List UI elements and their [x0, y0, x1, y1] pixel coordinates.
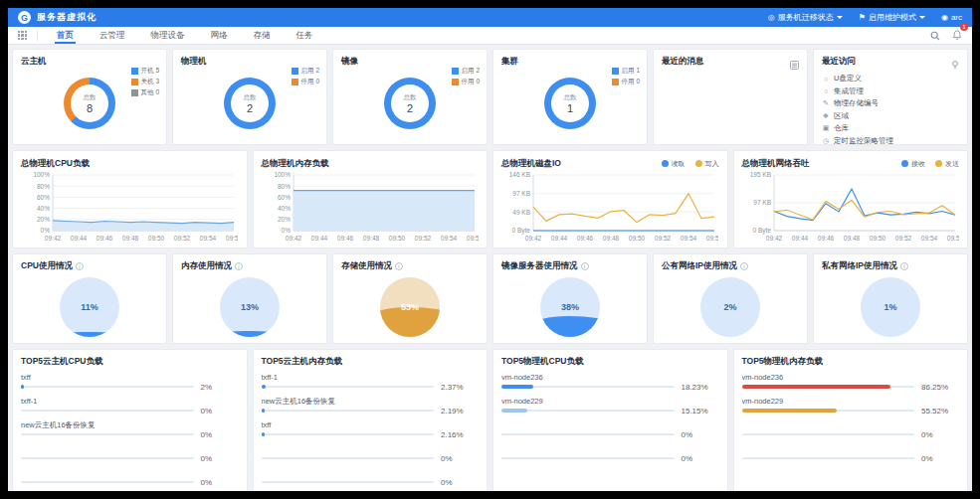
top5-row[interactable]: 0%	[262, 468, 480, 491]
tab-4[interactable]: 网络	[198, 27, 241, 44]
tab-2[interactable]: 云管理	[87, 27, 138, 44]
recent-visit-item[interactable]: ❖区域	[822, 110, 959, 123]
top5-card: TOP5云主机内存负载txff-12.37%new云主机16备份恢复2.19%t…	[253, 349, 489, 491]
tab-6[interactable]: 任务	[284, 27, 326, 44]
top5-row-value: 0%	[201, 407, 239, 416]
svg-text:09:52: 09:52	[174, 235, 191, 242]
top5-row-value: 0%	[682, 454, 719, 463]
liquid-gauge: 38%	[540, 277, 600, 337]
gauge-title-text: CPU使用情况	[21, 260, 73, 272]
gauge-title: 镜像服务器使用情况i	[501, 260, 639, 272]
trend-chart-card: 总物理机内存负载0%20%40%60%80%100%09:4209:4409:4…	[253, 150, 489, 249]
top5-row-bar: 0%	[501, 454, 719, 462]
app-window: G 服务器虚拟化 ◎ 服务机迁移状态 ⚑ 启用维护模式 ◉ arc 首页云管理物…	[8, 8, 972, 491]
top5-row[interactable]: new云主机16备份恢复2.19%	[262, 397, 480, 420]
svg-text:09:46: 09:46	[817, 235, 834, 242]
top5-row-bar: 2.19%	[262, 407, 480, 415]
top5-row-bar: 15.15%	[501, 407, 719, 415]
migration-status-dropdown[interactable]: ◎ 服务机迁移状态	[768, 12, 843, 23]
svg-text:97 KB: 97 KB	[512, 190, 530, 197]
svg-text:09:56: 09:56	[946, 235, 958, 242]
top5-row[interactable]: 0%	[501, 444, 719, 468]
top5-row[interactable]: new云主机16备份恢复0%	[21, 420, 239, 444]
notifications[interactable]: 1	[952, 27, 962, 45]
top5-row[interactable]: txff-10%	[21, 397, 239, 420]
trend-chart-card: 总物理机网络吞吐接收发送0 Byte97 KB195 KB09:4209:440…	[733, 150, 969, 249]
chart-title: 总物理机磁盘IO	[501, 158, 561, 170]
top5-row-value: 2.37%	[441, 383, 479, 392]
top5-row[interactable]: vm-node22955.52%	[742, 397, 960, 420]
top5-row[interactable]: txff2%	[21, 373, 239, 397]
legend-swatch	[292, 68, 298, 75]
donut-center: 总数1	[551, 84, 589, 122]
chart-legend-item[interactable]: 接收	[901, 159, 925, 169]
apps-grid-icon[interactable]	[18, 31, 27, 40]
svg-text:09:54: 09:54	[440, 235, 457, 242]
search-icon[interactable]	[930, 31, 940, 41]
donut-center-value: 8	[87, 102, 93, 114]
bar-fill	[262, 385, 266, 389]
user-icon: ◉	[941, 14, 948, 22]
maintenance-mode-dropdown[interactable]: ⚑ 启用维护模式	[859, 12, 925, 23]
svg-text:100%: 100%	[274, 171, 291, 178]
info-icon[interactable]: i	[76, 262, 84, 270]
top5-row-name: new云主机16备份恢复	[21, 420, 239, 430]
info-icon[interactable]: i	[395, 262, 403, 270]
recent-visit-item[interactable]: ▣仓库	[822, 122, 959, 135]
tab-1[interactable]: 首页	[44, 27, 87, 44]
top5-row[interactable]: txff2.16%	[262, 420, 480, 444]
chart-legend-item[interactable]: 写入	[695, 159, 719, 169]
top5-row[interactable]: vm-node23618.23%	[501, 373, 719, 397]
top5-row[interactable]: vm-node22915.15%	[501, 397, 719, 420]
recent-visit-item[interactable]: ◷定时监控策略管理	[822, 135, 959, 146]
top5-card: TOP5云主机CPU负载txff2%txff-10%new云主机16备份恢复0%…	[12, 349, 248, 491]
svg-text:40%: 40%	[37, 205, 50, 212]
legend-label: 启用 2	[301, 67, 319, 76]
top5-row[interactable]: 0%	[742, 420, 960, 444]
svg-text:09:46: 09:46	[336, 235, 353, 242]
chart-legend-item[interactable]: 发送	[935, 159, 959, 169]
gauge-title: 私有网络IP使用情况i	[822, 260, 959, 272]
chevron-down-icon	[919, 16, 925, 22]
donut-center: 总数8	[71, 84, 108, 122]
info-icon[interactable]: i	[740, 262, 748, 270]
top5-row[interactable]: txff-12.37%	[262, 373, 480, 397]
legend-swatch	[452, 79, 459, 85]
gauge-value: 1%	[861, 302, 920, 312]
list-icon[interactable]	[790, 56, 799, 74]
chart-legend-item[interactable]: 读取	[662, 159, 686, 169]
recent-visit-item[interactable]: ○集成管理	[822, 85, 959, 98]
recent-visit-label: 物理存储编号	[834, 98, 879, 108]
chart-title: 总物理机网络吞吐	[742, 158, 810, 170]
summary-card: 云主机开机 5关机 3其他 0总数8	[12, 49, 167, 145]
info-icon[interactable]: i	[235, 262, 243, 270]
top5-row[interactable]: 0%	[501, 420, 719, 444]
tab-5[interactable]: 存储	[241, 27, 284, 44]
bar-track	[262, 433, 435, 435]
top5-row-bar: 0%	[742, 430, 960, 438]
top5-list: txff-12.37%new云主机16备份恢复2.19%txff2.16%0%0…	[262, 373, 480, 491]
top5-row[interactable]: 0%	[21, 444, 239, 468]
top5-row[interactable]: 0%	[262, 444, 480, 468]
gauge-title-text: 公有网络IP使用情况	[662, 260, 737, 272]
usage-gauge-card: 私有网络IP使用情况i1%	[813, 253, 968, 344]
top5-row-value: 0%	[201, 478, 239, 487]
recent-visit-item[interactable]: ✎物理存储编号	[822, 97, 959, 110]
globe-icon: ◎	[768, 14, 775, 22]
tab-3[interactable]: 物理设备	[138, 27, 198, 44]
user-menu[interactable]: ◉ arc	[941, 13, 962, 22]
gauge-wave	[60, 332, 119, 337]
pin-icon[interactable]	[951, 56, 959, 74]
recent-visit-item[interactable]: ○U盘定义	[822, 73, 959, 85]
info-icon[interactable]: i	[900, 262, 908, 270]
svg-text:09:54: 09:54	[920, 235, 937, 242]
top5-row[interactable]: 0%	[742, 444, 960, 468]
top5-title: TOP5云主机CPU负载	[21, 356, 239, 368]
top5-row-value: 0%	[921, 430, 959, 439]
donut-legend: 开机 5关机 3其他 0	[131, 67, 159, 97]
legend-swatch	[131, 68, 138, 75]
svg-text:09:56: 09:56	[226, 235, 238, 242]
top5-row[interactable]: 0%	[21, 468, 239, 491]
top5-row[interactable]: vm-node23686.25%	[742, 373, 960, 397]
info-icon[interactable]: i	[581, 262, 589, 270]
